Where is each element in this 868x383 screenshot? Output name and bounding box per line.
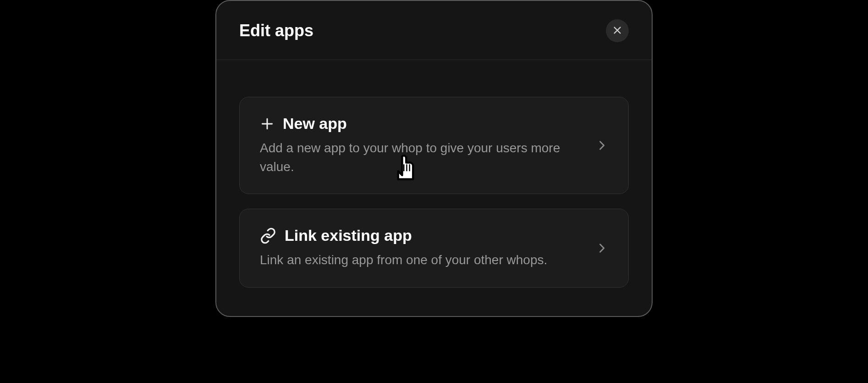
option-content: New app Add a new app to your whop to gi… [260,115,595,176]
option-description: Link an existing app from one of your ot… [260,251,590,270]
modal-body: New app Add a new app to your whop to gi… [216,60,652,316]
option-title: New app [283,115,347,133]
option-content: Link existing app Link an existing app f… [260,227,595,270]
option-title: Link existing app [285,227,412,244]
link-icon [260,228,276,244]
plus-icon [260,117,275,131]
close-icon [612,25,622,37]
modal-title: Edit apps [239,21,313,40]
option-title-row: Link existing app [260,227,595,244]
chevron-right-icon [595,242,608,255]
option-description: Add a new app to your whop to give your … [260,139,590,176]
new-app-option[interactable]: New app Add a new app to your whop to gi… [239,97,629,194]
edit-apps-modal: Edit apps New [215,0,653,317]
option-title-row: New app [260,115,595,133]
close-button[interactable] [606,19,629,42]
link-existing-app-option[interactable]: Link existing app Link an existing app f… [239,209,629,288]
modal-header: Edit apps [216,1,652,60]
chevron-right-icon [595,139,608,152]
